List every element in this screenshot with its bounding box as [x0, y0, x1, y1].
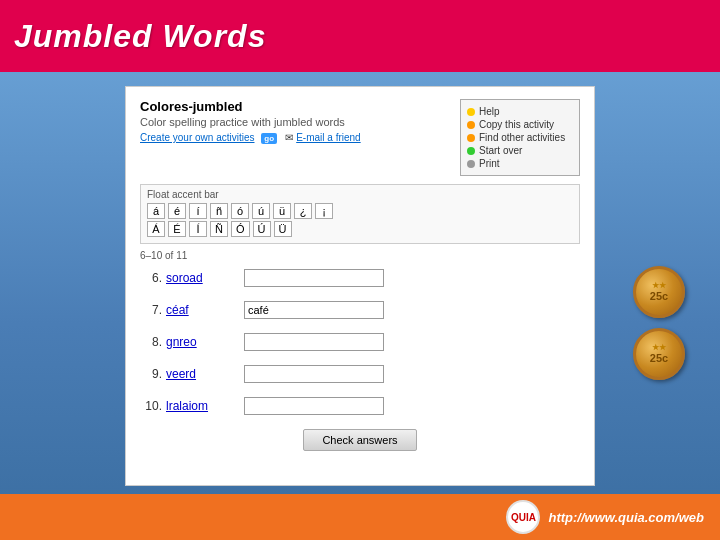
quia-logo: QUIA	[506, 500, 540, 534]
char-n-tilde[interactable]: ñ	[210, 203, 228, 219]
footer-logo-area: QUIA http://www.quia.com/web	[506, 500, 704, 534]
char-inv-question[interactable]: ¿	[294, 203, 312, 219]
sidebar-label-start: Start over	[479, 145, 522, 156]
sidebar-label-help: Help	[479, 106, 500, 117]
activity-title: Colores-jumbled	[140, 99, 365, 114]
header-bar: Jumbled Words	[0, 0, 720, 72]
char-i-acute[interactable]: í	[189, 203, 207, 219]
char-bar-label: Float accent bar	[147, 189, 573, 200]
email-icon: ✉	[285, 132, 293, 143]
activity-box: Colores-jumbled Color spelling practice …	[125, 86, 595, 486]
sidebar-label-copy: Copy this activity	[479, 119, 554, 130]
char-row-lowercase: á é í ñ ó ú ü ¿ ¡	[147, 203, 573, 219]
question-input-8[interactable]	[244, 333, 384, 351]
bullet-help	[467, 108, 475, 116]
char-U-diaeresis[interactable]: Ü	[274, 221, 292, 237]
char-o-acute[interactable]: ó	[231, 203, 249, 219]
question-input-wrap-10	[244, 397, 384, 415]
sidebar-label-find: Find other activities	[479, 132, 565, 143]
activity-links: Create your own activities go ✉ E-mail a…	[140, 132, 365, 143]
sidebar-item-help[interactable]: Help	[467, 106, 573, 117]
footer-url: http://www.quia.com/web	[548, 510, 704, 525]
go-badge: go	[261, 133, 277, 144]
bullet-find	[467, 134, 475, 142]
question-input-wrap-9	[244, 365, 384, 383]
page-title: Jumbled Words	[14, 18, 266, 55]
sidebar-item-copy[interactable]: Copy this activity	[467, 119, 573, 130]
question-input-6[interactable]	[244, 269, 384, 287]
question-word-10: lralaiom	[166, 399, 236, 413]
char-A-acute[interactable]: Á	[147, 221, 165, 237]
question-input-wrap-7	[244, 301, 384, 319]
question-input-wrap-8	[244, 333, 384, 351]
bullet-start	[467, 147, 475, 155]
question-input-wrap-6	[244, 269, 384, 287]
char-E-acute[interactable]: É	[168, 221, 186, 237]
question-row-9: 9. veerd	[140, 365, 580, 383]
coins-area: ★★ 25c ★★ 25c	[633, 266, 685, 380]
activity-subtitle: Color spelling practice with jumbled wor…	[140, 116, 365, 128]
inner-wrap: Colores-jumbled Color spelling practice …	[125, 86, 595, 486]
char-I-acute[interactable]: Í	[189, 221, 207, 237]
sidebar-menu: Help Copy this activity Find other activ…	[460, 99, 580, 176]
question-counter: 6–10 of 11	[140, 250, 580, 261]
char-row-uppercase: Á É Í Ñ Ó Ú Ü	[147, 221, 573, 237]
char-O-acute[interactable]: Ó	[231, 221, 250, 237]
sidebar-label-print: Print	[479, 158, 500, 169]
question-row-6: 6. soroad	[140, 269, 580, 287]
question-row-8: 8. gnreo	[140, 333, 580, 351]
question-number-7: 7.	[140, 303, 162, 317]
email-friend-link[interactable]: E-mail a friend	[296, 132, 360, 143]
char-u-acute[interactable]: ú	[252, 203, 270, 219]
coin-text-1: ★★ 25c	[650, 282, 668, 303]
create-activities-link[interactable]: Create your own activities	[140, 132, 255, 143]
question-input-9[interactable]	[244, 365, 384, 383]
sidebar-item-print[interactable]: Print	[467, 158, 573, 169]
char-e-acute[interactable]: é	[168, 203, 186, 219]
question-word-6: soroad	[166, 271, 236, 285]
char-inv-exclaim[interactable]: ¡	[315, 203, 333, 219]
coin-2: ★★ 25c	[633, 328, 685, 380]
question-word-7: céaf	[166, 303, 236, 317]
char-U-acute[interactable]: Ú	[253, 221, 271, 237]
char-bar-container: Float accent bar á é í ñ ó ú ü ¿ ¡ Á É Í…	[140, 184, 580, 244]
question-number-9: 9.	[140, 367, 162, 381]
coin-1: ★★ 25c	[633, 266, 685, 318]
check-answers-button[interactable]: Check answers	[303, 429, 416, 451]
question-input-10[interactable]	[244, 397, 384, 415]
question-word-8: gnreo	[166, 335, 236, 349]
bullet-copy	[467, 121, 475, 129]
char-u-diaeresis[interactable]: ü	[273, 203, 291, 219]
footer-bar: QUIA http://www.quia.com/web	[0, 494, 720, 540]
question-word-9: veerd	[166, 367, 236, 381]
questions-list: 6. soroad 7. céaf 8. gnreo	[140, 269, 580, 415]
char-N-tilde[interactable]: Ñ	[210, 221, 228, 237]
question-row-10: 10. lralaiom	[140, 397, 580, 415]
coin-text-2: ★★ 25c	[650, 344, 668, 365]
sidebar-item-start[interactable]: Start over	[467, 145, 573, 156]
bullet-print	[467, 160, 475, 168]
check-btn-row: Check answers	[140, 429, 580, 451]
sidebar-item-find[interactable]: Find other activities	[467, 132, 573, 143]
question-row-7: 7. céaf	[140, 301, 580, 319]
question-input-7[interactable]	[244, 301, 384, 319]
activity-header: Colores-jumbled Color spelling practice …	[140, 99, 580, 176]
question-number-10: 10.	[140, 399, 162, 413]
question-number-8: 8.	[140, 335, 162, 349]
question-number-6: 6.	[140, 271, 162, 285]
char-a-acute[interactable]: á	[147, 203, 165, 219]
activity-info: Colores-jumbled Color spelling practice …	[140, 99, 365, 176]
content-wrapper: Colores-jumbled Color spelling practice …	[0, 72, 720, 486]
